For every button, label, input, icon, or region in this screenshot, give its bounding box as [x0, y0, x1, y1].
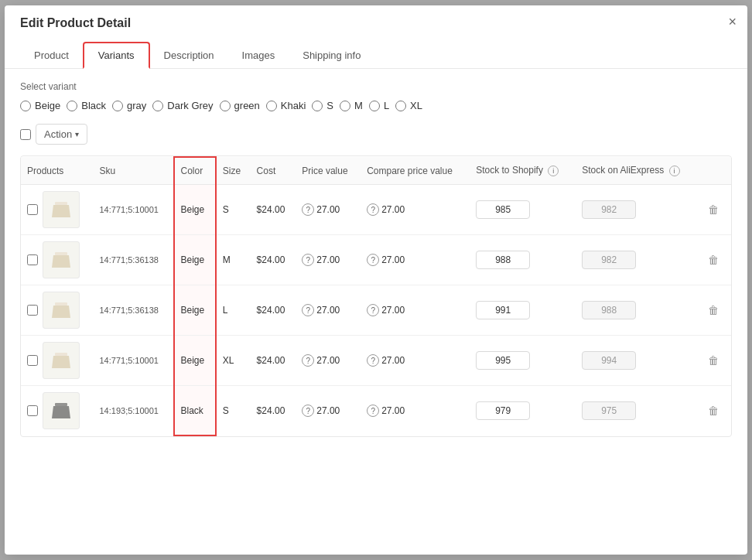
compare-info-icon: ? [367, 354, 379, 367]
stock-shopify-input[interactable] [476, 301, 530, 319]
compare-info-icon: ? [367, 405, 379, 417]
svg-marker-9 [52, 406, 70, 418]
table-row: 14:771;5:10001BeigeS$24.00? 27.00? 27.00… [21, 185, 731, 235]
row-checkbox[interactable] [27, 254, 38, 265]
col-header-products: Products [21, 157, 93, 185]
variant-option-m[interactable]: M [340, 100, 363, 111]
cell-size: L [216, 285, 251, 336]
delete-row-button[interactable]: 🗑 [705, 353, 722, 368]
action-button[interactable]: Action ▾ [36, 124, 87, 145]
cell-delete[interactable]: 🗑 [699, 185, 731, 235]
stock-aliexpress-input [582, 301, 636, 319]
price-info-icon: ? [302, 405, 314, 417]
edit-product-modal: Edit Product Detail × Product Variants D… [5, 5, 747, 555]
svg-rect-8 [55, 403, 67, 406]
cell-stock-shopify[interactable] [470, 235, 576, 285]
product-table: Products Sku Color Size [21, 156, 731, 436]
delete-row-button[interactable]: 🗑 [705, 202, 722, 217]
variant-radio-darkgrey[interactable] [152, 101, 163, 111]
cell-color: Beige [174, 185, 216, 235]
cell-sku: 14:771;5:36138 [93, 285, 173, 336]
cell-stock-shopify[interactable] [470, 285, 576, 336]
cell-price-value: ? 27.00 [296, 285, 361, 336]
select-variant-label: Select variant [20, 81, 732, 92]
cell-color: Black [174, 386, 216, 436]
tab-description[interactable]: Description [150, 42, 228, 69]
tab-images[interactable]: Images [228, 42, 289, 69]
stock-shopify-input[interactable] [476, 401, 530, 420]
stock-shopify-input[interactable] [476, 200, 530, 219]
svg-marker-5 [52, 306, 70, 318]
variant-radio-m[interactable] [340, 101, 350, 111]
variant-option-s[interactable]: S [312, 100, 333, 111]
action-bar: Action ▾ [20, 124, 732, 145]
variant-label-s: S [326, 100, 333, 111]
cell-size: XL [216, 336, 251, 386]
variant-radio-xl[interactable] [395, 101, 406, 111]
cell-delete[interactable]: 🗑 [699, 386, 731, 436]
delete-row-button[interactable]: 🗑 [705, 252, 722, 268]
row-checkbox[interactable] [27, 405, 38, 416]
col-header-delete [699, 157, 731, 185]
variant-option-khaki[interactable]: Khaki [266, 100, 306, 111]
product-table-container: Products Sku Color Size [20, 155, 732, 437]
cell-color: Beige [174, 285, 216, 336]
cell-cost: $24.00 [251, 336, 296, 386]
cell-stock-shopify[interactable] [470, 336, 576, 386]
cell-product [21, 235, 93, 285]
row-checkbox[interactable] [27, 305, 38, 316]
variant-option-xl[interactable]: XL [395, 100, 422, 111]
price-info-icon: ? [302, 354, 314, 367]
variant-radio-gray[interactable] [112, 101, 123, 111]
svg-marker-1 [52, 205, 70, 217]
cell-price-value: ? 27.00 [296, 235, 361, 285]
svg-rect-4 [55, 302, 67, 306]
cell-delete[interactable]: 🗑 [699, 336, 731, 386]
delete-row-button[interactable]: 🗑 [705, 403, 722, 418]
variant-option-darkgrey[interactable]: Dark Grey [152, 100, 213, 111]
variant-option-l[interactable]: L [369, 100, 389, 111]
variant-option-black[interactable]: Black [67, 100, 106, 111]
row-checkbox[interactable] [27, 355, 38, 366]
product-thumbnail [43, 292, 80, 329]
variant-radio-green[interactable] [220, 101, 231, 111]
price-info-icon: ? [302, 203, 314, 216]
modal-overlay: Edit Product Detail × Product Variants D… [0, 0, 752, 560]
variant-radio-beige[interactable] [20, 101, 31, 111]
tab-variants[interactable]: Variants [83, 42, 150, 69]
select-all-checkbox[interactable] [20, 129, 31, 140]
variant-radio-khaki[interactable] [266, 101, 277, 111]
variant-option-beige[interactable]: Beige [20, 100, 60, 111]
cell-price-value: ? 27.00 [296, 386, 361, 436]
chevron-down-icon: ▾ [75, 130, 79, 138]
cell-product [21, 185, 93, 234]
cell-stock-shopify[interactable] [470, 185, 576, 235]
variant-radio-l[interactable] [369, 101, 380, 111]
cell-stock-shopify[interactable] [470, 386, 576, 436]
cell-delete[interactable]: 🗑 [699, 285, 731, 336]
product-thumbnail [43, 241, 80, 278]
tabs-bar: Product Variants Description Images Ship… [20, 41, 732, 68]
tab-shipping[interactable]: Shipping info [289, 42, 374, 69]
variant-radio-black[interactable] [67, 101, 77, 111]
compare-info-icon: ? [367, 203, 379, 216]
table-row: 14:771;5:36138BeigeM$24.00? 27.00? 27.00… [21, 235, 731, 285]
col-header-stock-aliexpress: Stock on AliExpress i [576, 157, 699, 185]
variant-option-green[interactable]: green [220, 100, 260, 111]
col-header-size: Size [216, 157, 251, 185]
variant-label-beige: Beige [35, 100, 60, 111]
row-checkbox[interactable] [27, 204, 38, 215]
table-row: 14:193;5:10001BlackS$24.00? 27.00? 27.00… [21, 386, 731, 436]
stock-shopify-input[interactable] [476, 351, 530, 370]
col-header-price-value: Price value [296, 157, 361, 185]
close-button[interactable]: × [728, 15, 737, 29]
stock-aliexpress-input [582, 351, 636, 370]
cell-compare-price: ? 27.00 [361, 336, 470, 386]
variant-option-gray[interactable]: gray [112, 100, 146, 111]
stock-shopify-input[interactable] [476, 251, 530, 269]
variant-label-darkgrey: Dark Grey [167, 100, 213, 111]
variant-radio-s[interactable] [312, 101, 323, 111]
cell-delete[interactable]: 🗑 [699, 235, 731, 285]
delete-row-button[interactable]: 🗑 [705, 302, 722, 318]
tab-product[interactable]: Product [20, 42, 83, 69]
